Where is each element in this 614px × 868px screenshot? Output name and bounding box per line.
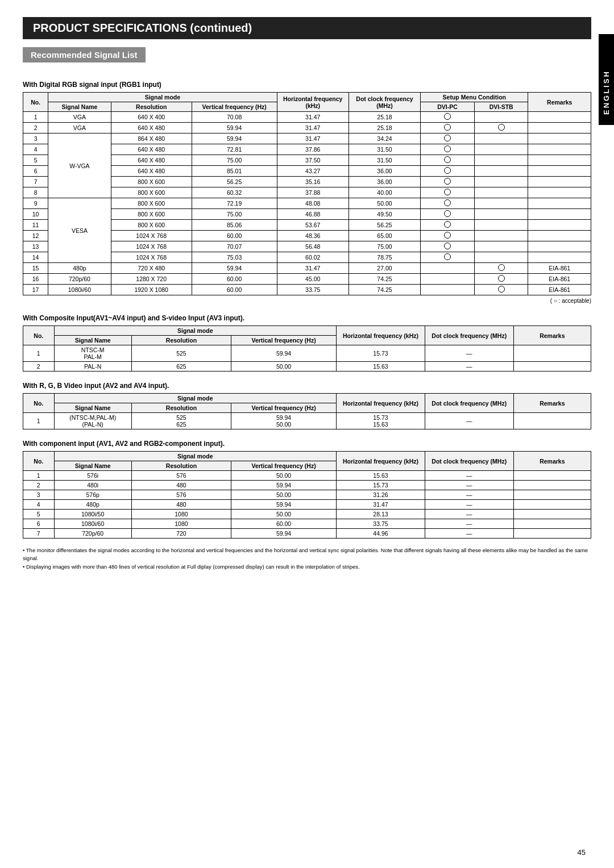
- table-row: 2VGA640 X 48059.9431.4725.18: [23, 123, 591, 133]
- cell-dvi-stb: [474, 263, 528, 274]
- col-header-horiz-3: Horizontal frequency (kHz): [337, 394, 425, 413]
- cell-dvi-stb: [474, 112, 528, 123]
- table-row: 15480p720 X 48059.9431.4727.00EIA-861: [23, 263, 591, 274]
- cell-vert-freq: 59.94: [192, 133, 277, 144]
- cell-vert-freq: 59.94: [231, 481, 337, 490]
- cell-no: 6: [23, 166, 48, 177]
- table-row: 7720p/6072059.9444.96—: [23, 529, 591, 539]
- cell-resolution: 720 X 480: [111, 263, 192, 274]
- table-row: 1576i57650.0015.63—: [23, 471, 591, 481]
- cell-horiz-freq: 15.73: [337, 345, 425, 362]
- cell-signal-name: 576i: [54, 471, 131, 481]
- cell-resolution: 1280 X 720: [111, 274, 192, 285]
- cell-dvi-stb: [474, 209, 528, 220]
- cell-dot-clock: 75.00: [349, 241, 420, 252]
- table-row: 1VGA640 X 40070.0831.4725.18: [23, 112, 591, 123]
- cell-dvi-pc: [421, 177, 475, 187]
- cell-resolution: 800 X 600: [111, 177, 192, 187]
- cell-dvi-pc: [421, 198, 475, 209]
- cell-horiz-freq: 56.48: [277, 241, 349, 252]
- cell-signal-name: 480i: [54, 481, 131, 490]
- cell-dot-clock: —: [425, 345, 513, 362]
- cell-horiz-freq: 15.63: [337, 471, 425, 481]
- cell-remarks: [513, 490, 591, 500]
- col-header-horiz: Horizontal frequency (kHz): [277, 93, 349, 112]
- cell-signal-name: W-VGA: [48, 133, 111, 198]
- cell-no: 11: [23, 220, 48, 231]
- col-header-no: No.: [23, 93, 48, 112]
- table-row: 3W-VGA864 X 48059.9431.4734.24: [23, 133, 591, 144]
- cell-vert-freq: 59.94: [231, 345, 337, 362]
- cell-dot-clock: 25.18: [349, 123, 420, 133]
- cell-horiz-freq: 53.67: [277, 220, 349, 231]
- col-header-no-2: No.: [23, 326, 55, 345]
- table-composite: No. Signal mode Horizontal frequency (kH…: [23, 326, 591, 372]
- cell-resolution: 625: [131, 362, 231, 372]
- cell-resolution: 640 X 480: [111, 123, 192, 133]
- cell-remarks: [528, 220, 591, 231]
- cell-remarks: [528, 209, 591, 220]
- table-row: 16720p/601280 X 72060.0045.0074.25EIA-86…: [23, 274, 591, 285]
- cell-horiz-freq: 33.75: [277, 285, 349, 295]
- col-header-no-4: No.: [23, 452, 55, 471]
- cell-signal-name: PAL-N: [54, 362, 131, 372]
- cell-dvi-stb: [474, 133, 528, 144]
- cell-remarks: [513, 529, 591, 539]
- cell-remarks: [528, 177, 591, 187]
- section-digital-rgb: With Digital RGB signal input (RGB1 inpu…: [23, 81, 591, 304]
- cell-dvi-pc: [421, 166, 475, 177]
- table-row: 3576p57650.0031.26—: [23, 490, 591, 500]
- section-title: Recommended Signal List: [23, 47, 146, 62]
- cell-dvi-stb: [474, 155, 528, 166]
- cell-dot-clock: —: [425, 481, 513, 490]
- cell-horiz-freq: 37.88: [277, 187, 349, 198]
- cell-resolution: 1080: [131, 519, 231, 529]
- cell-dot-clock: 56.25: [349, 220, 420, 231]
- col-header-dot-2: Dot clock frequency (MHz): [425, 326, 513, 345]
- cell-no: 4: [23, 500, 55, 510]
- cell-vert-freq: 85.01: [192, 166, 277, 177]
- cell-dvi-stb: [474, 231, 528, 241]
- page-title: PRODUCT SPECIFICATIONS (continued): [23, 17, 591, 39]
- cell-dvi-pc: [421, 123, 475, 133]
- col-header-dot-clock: Dot clock frequency (MHz): [349, 93, 420, 112]
- cell-no: 15: [23, 263, 48, 274]
- cell-dvi-stb: [474, 166, 528, 177]
- subsection-title-component: With component input (AV1, AV2 and RGB2-…: [23, 440, 591, 448]
- cell-resolution: 800 X 600: [111, 209, 192, 220]
- table-row: 1(NTSC-M,PAL-M) (PAL-N)525 62559.94 50.0…: [23, 413, 591, 429]
- cell-remarks: [513, 362, 591, 372]
- cell-dvi-pc: [421, 263, 475, 274]
- cell-remarks: [513, 345, 591, 362]
- col-header-res-2: Resolution: [131, 336, 231, 345]
- col-header-vert-freq: Vertical frequency (Hz): [192, 102, 277, 112]
- cell-no: 13: [23, 241, 48, 252]
- cell-dvi-pc: [421, 155, 475, 166]
- cell-remarks: [528, 144, 591, 155]
- cell-dot-clock: —: [425, 519, 513, 529]
- cell-remarks: [513, 471, 591, 481]
- col-header-horiz-2: Horizontal frequency (kHz): [337, 326, 425, 345]
- cell-resolution: 640 X 480: [111, 155, 192, 166]
- english-label: ENGLISH: [599, 34, 614, 125]
- cell-dot-clock: 49.50: [349, 209, 420, 220]
- cell-no: 14: [23, 252, 48, 263]
- cell-vert-freq: 50.00: [231, 362, 337, 372]
- cell-resolution: 640 X 400: [111, 112, 192, 123]
- cell-resolution: 480: [131, 481, 231, 490]
- cell-resolution: 1024 X 768: [111, 241, 192, 252]
- cell-remarks: EIA-861: [528, 274, 591, 285]
- section-component: With component input (AV1, AV2 and RGB2-…: [23, 440, 591, 539]
- cell-resolution: 800 X 600: [111, 198, 192, 209]
- cell-signal-name: VESA: [48, 198, 111, 263]
- cell-signal-name: 576p: [54, 490, 131, 500]
- col-header-signal-name: Signal Name: [48, 102, 111, 112]
- cell-dvi-stb: [474, 198, 528, 209]
- col-header-vf-2: Vertical frequency (Hz): [231, 336, 337, 345]
- cell-horiz-freq: 31.47: [277, 133, 349, 144]
- col-header-signal-mode-3: Signal mode: [54, 394, 337, 403]
- cell-vert-freq: 75.03: [192, 252, 277, 263]
- table-row: 2PAL-N62550.0015.63—: [23, 362, 591, 372]
- section-rgb-video: With R, G, B Video input (AV2 and AV4 in…: [23, 382, 591, 429]
- cell-vert-freq: 50.00: [231, 490, 337, 500]
